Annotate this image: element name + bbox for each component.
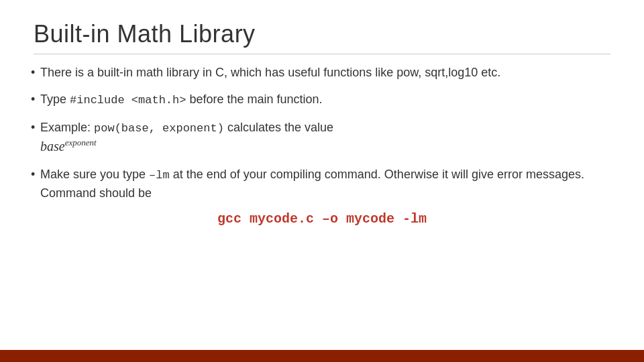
bottom-bar [0, 350, 644, 362]
bullet-3-text-after: calculates the value [224, 121, 333, 134]
bullet-3-math: baseexponent [40, 139, 97, 154]
bullet-4-text-before: Make sure you type [40, 168, 149, 181]
bullet-3-math-exp: exponent [65, 138, 97, 148]
bullet-3-text-before: Example: [40, 121, 94, 134]
bullet-1-text: There is a built-in math library in C, w… [40, 66, 500, 79]
bullet-3-code: pow(base, exponent) [94, 122, 224, 135]
bullet-3: Example: pow(base, exponent) calculates … [34, 119, 610, 157]
slide: Built-in Math Library There is a built-i… [0, 0, 644, 362]
bullet-2-text-before: Type [40, 93, 70, 106]
bullet-2: Type #include <math.h> before the main f… [34, 90, 610, 109]
bullet-2-text-after: before the main function. [186, 93, 322, 106]
bullet-4: Make sure you type –lm at the end of you… [34, 166, 610, 202]
bullet-1: There is a built-in math library in C, w… [34, 64, 610, 81]
bullet-2-code: #include <math.h> [70, 94, 186, 107]
bullet-4-code: –lm [149, 169, 170, 182]
command-block: gcc mycode.c –o mycode -lm [34, 211, 610, 227]
slide-content: There is a built-in math library in C, w… [34, 64, 610, 227]
slide-title: Built-in Math Library [34, 20, 610, 54]
command-text: gcc mycode.c –o mycode -lm [217, 211, 427, 227]
